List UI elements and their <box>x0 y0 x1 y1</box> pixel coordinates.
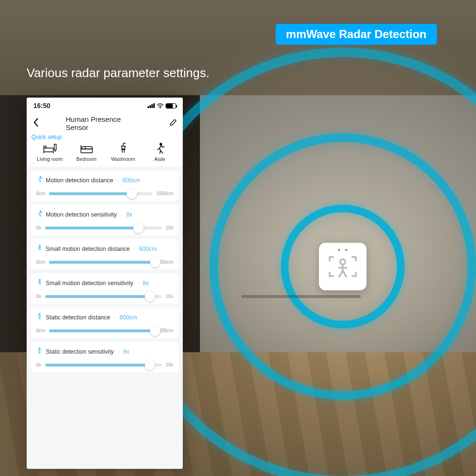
quick-setup-label: Quick setup <box>31 134 178 140</box>
slider-label: Small motion detection distance <box>46 246 129 252</box>
status-time: 16:50 <box>33 102 50 109</box>
slider-thumb[interactable] <box>150 257 160 268</box>
subtitle-text: Various radar parameter settings. <box>27 66 209 80</box>
slider-value: 9x <box>143 280 149 287</box>
quick-setup-bedroom[interactable]: Bedroom <box>68 142 105 162</box>
settings-list: Motion detection distance · 800cm 0cm 10… <box>27 167 183 372</box>
walk-icon <box>36 245 43 253</box>
run-icon <box>36 176 43 184</box>
slider-max: 600cm <box>159 328 173 333</box>
slider-card: Small motion detection sensitivity · 9x … <box>30 273 179 304</box>
slider-thumb[interactable] <box>145 360 155 370</box>
slider-label: Static detection sensitivity <box>46 348 114 355</box>
signal-icon <box>148 103 155 108</box>
slider-value: 9x <box>123 348 129 355</box>
slider-card: Motion detection distance · 800cm 0cm 10… <box>30 170 179 201</box>
quick-setup-living-room[interactable]: Living room <box>31 142 68 162</box>
slider-min: 0x <box>36 362 41 367</box>
slider-track[interactable] <box>45 227 162 229</box>
slider-max: 1000cm <box>156 191 173 196</box>
slider-value: 8x <box>126 211 132 218</box>
quick-setup-washroom[interactable]: Washroom <box>105 142 141 162</box>
slider-max: 600cm <box>159 259 173 265</box>
slider-thumb[interactable] <box>145 291 155 302</box>
back-button[interactable] <box>31 117 40 129</box>
slider-card: Static detection sensitivity · 9x 0x 10x <box>30 342 179 372</box>
svg-rect-4 <box>44 146 46 148</box>
slider-label: Static detection distance <box>46 314 110 321</box>
quick-setup: Quick setup Living room Bedroom Washroom… <box>27 133 183 167</box>
slider-card: Motion detection sensitivity · 8x 0x 10x <box>30 205 179 235</box>
svg-rect-6 <box>82 147 85 149</box>
wifi-icon <box>157 103 164 109</box>
slider-min: 0cm <box>36 259 45 265</box>
status-bar: 16:50 <box>27 98 183 114</box>
slider-max: 10x <box>166 362 173 367</box>
qs-label: Aisle <box>141 156 178 162</box>
slider-max: 10x <box>166 225 173 230</box>
edit-button[interactable] <box>169 119 177 128</box>
slider-min: 0cm <box>36 328 45 333</box>
slider-min: 0x <box>36 294 41 299</box>
qs-label: Living room <box>31 156 68 162</box>
stand-icon <box>36 313 43 321</box>
title-badge: mmWave Radar Detection <box>276 24 437 45</box>
nav-bar: Human Presence Sensor <box>27 114 183 133</box>
slider-label: Small motion detection sensitivity <box>46 280 133 287</box>
slider-value: 600cm <box>119 314 138 321</box>
slider-thumb[interactable] <box>127 188 137 199</box>
slider-value: 600cm <box>139 246 157 252</box>
run-icon <box>36 210 43 218</box>
battery-icon <box>166 103 176 109</box>
status-indicators <box>148 103 176 109</box>
phone-screenshot: 16:50 Human Presence Sensor Quick setup … <box>27 98 183 469</box>
page-title: Human Presence Sensor <box>66 115 144 131</box>
slider-thumb[interactable] <box>150 326 160 336</box>
slider-value: 800cm <box>122 177 140 184</box>
slider-thumb[interactable] <box>133 223 144 233</box>
qs-label: Bedroom <box>68 156 105 162</box>
slider-min: 0x <box>36 225 41 230</box>
svg-rect-5 <box>54 144 56 150</box>
slider-label: Motion detection distance <box>46 177 113 184</box>
svg-rect-3 <box>44 148 53 152</box>
qs-label: Washroom <box>105 156 141 162</box>
slider-track[interactable] <box>49 261 155 264</box>
stand-icon <box>36 347 43 356</box>
slider-track[interactable] <box>45 364 162 367</box>
walk-icon <box>36 279 43 287</box>
slider-track[interactable] <box>49 192 153 195</box>
slider-min: 0cm <box>36 191 45 196</box>
slider-card: Small motion detection distance · 600cm … <box>30 239 179 269</box>
quick-setup-aisle[interactable]: Aisle <box>141 142 178 162</box>
slider-label: Motion detection sensitivity <box>46 211 117 218</box>
slider-max: 10x <box>166 294 173 299</box>
slider-card: Static detection distance · 600cm 0cm 60… <box>30 307 179 338</box>
slider-track[interactable] <box>49 329 155 332</box>
svg-point-7 <box>160 143 162 145</box>
slider-track[interactable] <box>45 295 162 298</box>
